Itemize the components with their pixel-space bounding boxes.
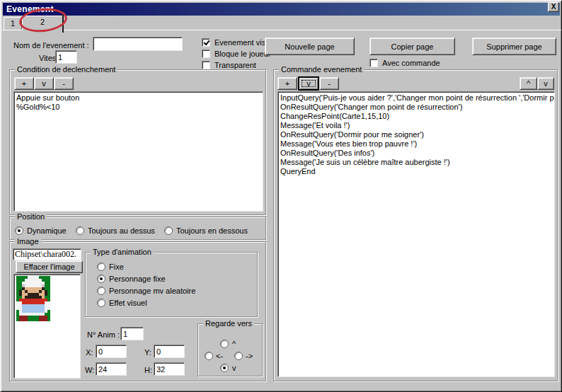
y-input[interactable] bbox=[154, 345, 185, 358]
condition-remove-button[interactable]: - bbox=[54, 77, 74, 90]
window-title: Evenement bbox=[3, 4, 54, 14]
anim-number-input[interactable] bbox=[120, 327, 144, 340]
image-group: Image Chipset\chara002. Effacer l'image … bbox=[9, 241, 266, 381]
list-item[interactable]: Message('Et voila !') bbox=[278, 121, 554, 130]
h-input[interactable] bbox=[154, 362, 185, 376]
position-above-radio[interactable] bbox=[76, 226, 84, 235]
close-icon[interactable]: X bbox=[548, 2, 559, 12]
new-page-button[interactable]: Nouvelle page bbox=[265, 38, 355, 55]
innkeeper-chef-sprite bbox=[16, 276, 50, 321]
position-below-label: Toujours en dessous bbox=[176, 226, 248, 236]
list-item[interactable]: %Gold%<10 bbox=[14, 103, 263, 112]
tab-page-2[interactable]: 2 bbox=[22, 16, 63, 30]
anim-visual-effect-radio[interactable] bbox=[97, 299, 105, 307]
face-right-label: -> bbox=[246, 352, 253, 361]
command-move-up-button[interactable]: ^ bbox=[520, 77, 537, 90]
list-item[interactable]: OnResultQuery('Dormir pour me soigner') bbox=[278, 130, 554, 139]
tab-panel-edge bbox=[2, 30, 561, 30]
event-command-group: Commande evenement + v - ^ v InputQuery(… bbox=[273, 69, 558, 381]
position-above-label: Toujours au dessus bbox=[88, 226, 155, 236]
face-up-label: ^ bbox=[232, 340, 236, 349]
list-item[interactable]: Message('Vous etes bien trop pauvre !') bbox=[278, 139, 554, 149]
animation-type-group-title: Type d'animation bbox=[91, 248, 154, 257]
list-item[interactable]: ChangeResPoint(Carte1,15,10) bbox=[278, 112, 554, 121]
animation-type-group: Type d'animation Fixe Personnage fixe Pe… bbox=[85, 252, 258, 317]
anim-number-label: N° Anim : bbox=[87, 330, 120, 340]
w-input[interactable] bbox=[96, 362, 127, 376]
anim-character-fixed-radio[interactable] bbox=[97, 275, 105, 283]
image-path-field[interactable]: Chipset\chara002. bbox=[13, 248, 81, 260]
list-item[interactable]: Message('Je suis un célèbre maître auber… bbox=[278, 158, 554, 167]
title-bar: Evenement bbox=[3, 3, 560, 16]
trigger-condition-group-title: Condition de declenchement bbox=[15, 65, 117, 74]
position-dynamic-radio[interactable] bbox=[15, 226, 23, 235]
command-edit-button[interactable]: v bbox=[299, 77, 319, 90]
anim-visual-effect-label: Effet visuel bbox=[109, 299, 147, 308]
condition-list[interactable]: Appuie sur bouton%Gold%<10 bbox=[13, 91, 263, 212]
condition-edit-button[interactable]: v bbox=[34, 77, 54, 90]
clear-image-button[interactable]: Effacer l'image bbox=[16, 260, 83, 273]
position-group: Position Dynamique Toujours au dessus To… bbox=[9, 217, 266, 240]
visible-checkbox[interactable] bbox=[202, 38, 210, 47]
image-preview-panel[interactable] bbox=[13, 274, 81, 379]
face-up-radio[interactable] bbox=[220, 340, 229, 348]
tab-edge-mark bbox=[62, 15, 64, 33]
anim-character-random-radio[interactable] bbox=[97, 287, 105, 295]
anim-fixed-label: Fixe bbox=[109, 263, 124, 272]
trigger-condition-group: Condition de declenchement + v - Appuie … bbox=[9, 69, 266, 215]
command-move-down-button[interactable]: v bbox=[537, 77, 554, 90]
y-label: Y: bbox=[144, 348, 151, 357]
delete-page-button[interactable]: Supprimer page bbox=[472, 38, 556, 55]
event-command-group-title: Commande evenement bbox=[279, 65, 364, 74]
command-add-button[interactable]: + bbox=[277, 77, 297, 90]
h-label: H: bbox=[144, 366, 152, 375]
w-label: W: bbox=[85, 366, 94, 375]
speed-input[interactable] bbox=[55, 50, 77, 64]
block-player-checkbox[interactable] bbox=[202, 50, 210, 58]
command-remove-button[interactable]: - bbox=[319, 77, 339, 90]
facing-direction-group: Regarde vers ^ <- -> v bbox=[197, 323, 263, 376]
event-name-input[interactable] bbox=[93, 37, 183, 51]
face-down-radio[interactable] bbox=[220, 364, 229, 372]
face-left-radio[interactable] bbox=[205, 352, 213, 360]
transparent-checkbox[interactable] bbox=[202, 61, 210, 69]
list-item[interactable]: OnResultQuery('Des infos') bbox=[278, 149, 554, 158]
list-item[interactable]: QueryEnd bbox=[278, 167, 554, 176]
event-editor-window: Evenement X 1 2 Nom de l'evenement : Vit… bbox=[0, 0, 562, 392]
position-dynamic-label: Dynamique bbox=[27, 226, 67, 236]
anim-fixed-radio[interactable] bbox=[97, 263, 105, 271]
block-player-checkbox-label: Bloque le joueur bbox=[214, 50, 271, 59]
event-name-label: Nom de l'evenement : bbox=[13, 41, 89, 50]
condition-add-button[interactable]: + bbox=[14, 77, 34, 90]
position-below-radio[interactable] bbox=[164, 226, 173, 235]
facing-direction-group-title: Regarde vers bbox=[203, 319, 254, 328]
position-group-title: Position bbox=[15, 212, 47, 221]
x-input[interactable] bbox=[96, 345, 127, 358]
anim-character-fixed-label: Personnage fixe bbox=[109, 275, 166, 284]
list-item[interactable]: OnResultQuery('Changer mon point de résu… bbox=[278, 103, 554, 112]
copy-page-button[interactable]: Copier page bbox=[369, 38, 455, 55]
anim-character-random-label: Personnage mv aleatoire bbox=[109, 287, 195, 296]
tab-page-1[interactable]: 1 bbox=[4, 17, 22, 30]
face-down-label: v bbox=[232, 364, 236, 373]
command-list[interactable]: InputQuery('Puis-je vous aider ?','Chang… bbox=[277, 91, 555, 377]
image-group-title: Image bbox=[15, 237, 41, 246]
list-item[interactable]: InputQuery('Puis-je vous aider ?','Chang… bbox=[278, 92, 554, 103]
face-left-label: <- bbox=[216, 352, 223, 361]
with-command-checkbox[interactable] bbox=[369, 59, 378, 67]
list-item[interactable]: Appuie sur bouton bbox=[14, 92, 263, 103]
x-label: X: bbox=[86, 348, 93, 357]
face-right-radio[interactable] bbox=[234, 352, 243, 360]
with-command-checkbox-label: Avec commande bbox=[382, 59, 440, 68]
